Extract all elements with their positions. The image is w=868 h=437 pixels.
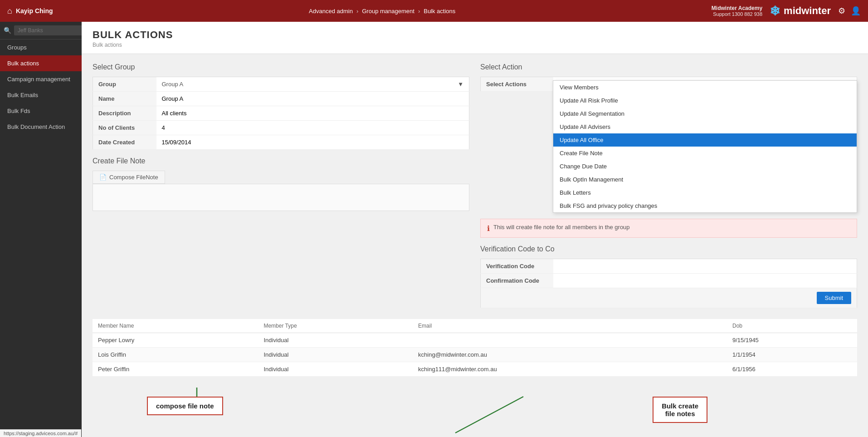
breadcrumb: Advanced admin › Group management › Bulk…	[309, 8, 455, 15]
dropdown-item-optin[interactable]: Bulk OptIn Management	[553, 173, 857, 186]
dropdown-item-due-date[interactable]: Change Due Date	[553, 160, 857, 173]
page-subtitle: Bulk actions	[93, 42, 857, 48]
col-email: Email	[413, 319, 727, 333]
top-navbar: ⌂ Kayip Ching Advanced admin › Group man…	[0, 0, 868, 22]
verif-code-label: Verification Code	[481, 259, 553, 274]
member-type-0: Individual	[258, 333, 413, 348]
table-row: Date Created 15/09/2014	[93, 135, 469, 150]
dropdown-item-segmentation[interactable]: Update All Segmentation	[553, 107, 857, 120]
user-icon[interactable]: 👤	[851, 6, 861, 16]
search-input[interactable]	[14, 25, 89, 35]
members-table: Member Name Member Type Email Dob Pepper…	[93, 319, 857, 377]
member-type-2: Individual	[258, 362, 413, 377]
table-row: Description All clients	[93, 106, 469, 121]
member-email-2: kching111@midwinter.com.au	[413, 362, 727, 377]
annotation-box-right: Bulk createfile notes	[653, 397, 707, 423]
desc-value: All clients	[156, 106, 469, 121]
logo-text: midwinter	[784, 5, 831, 17]
breadcrumb-bulk-actions[interactable]: Bulk actions	[424, 8, 455, 15]
col-member-type: Member Type	[258, 319, 413, 333]
dropdown-item-view-members[interactable]: View Members	[553, 81, 857, 94]
verification-code-field[interactable]	[559, 263, 852, 270]
breadcrumb-sep1: ›	[356, 8, 358, 15]
nav-right: Midwinter Academy Support 1300 882 938 ❄…	[712, 4, 861, 19]
member-email-1: kching@midwinter.com.au	[413, 348, 727, 362]
svg-line-2	[455, 397, 523, 433]
sidebar: 🔍 Groups Bulk actions Campaign managemen…	[0, 22, 82, 437]
support-text: Support 1300 882 938	[712, 11, 762, 17]
group-label: Group	[93, 77, 156, 92]
col-member-name: Member Name	[93, 319, 258, 333]
table-row: Pepper Lowry Individual 9/15/1945	[93, 333, 857, 348]
org-name: Midwinter Academy	[712, 5, 762, 11]
submit-button[interactable]: Submit	[817, 292, 851, 304]
clients-value: 4	[156, 121, 469, 135]
sidebar-item-bulk-doc[interactable]: Bulk Document Action	[0, 119, 82, 135]
content-area: BULK ACTIONS Bulk actions Select Group G…	[82, 22, 868, 437]
nav-left: ⌂ Kayip Ching	[7, 6, 53, 16]
confirm-code-input[interactable]	[553, 274, 857, 288]
content-body: Select Group Group Group A ▼ Name	[82, 54, 868, 437]
table-row: Group Group A ▼	[93, 77, 469, 92]
dropdown-item-fsg[interactable]: Bulk FSG and privacy policy changes	[553, 199, 857, 212]
sidebar-item-campaign[interactable]: Campaign management	[0, 71, 82, 87]
info-alert: ℹ This will create file note for all mem…	[480, 219, 857, 238]
create-file-note-section: Create File Note 📄 Compose FileNote	[93, 157, 469, 211]
member-name-0: Pepper Lowry	[93, 333, 258, 348]
breadcrumb-group-management[interactable]: Group management	[362, 8, 414, 15]
breadcrumb-advanced-admin[interactable]: Advanced admin	[309, 8, 353, 15]
file-note-text-area[interactable]	[93, 184, 469, 211]
submit-row: Submit	[481, 288, 857, 308]
verification-table: Verification Code Confirmation Code Subm…	[480, 259, 857, 308]
sidebar-item-bulk-actions[interactable]: Bulk actions	[0, 55, 82, 71]
page-title: BULK ACTIONS	[93, 29, 857, 41]
dropdown-item-letters[interactable]: Bulk Letters	[553, 186, 857, 199]
search-icon: 🔍	[4, 27, 11, 34]
action-dropdown-menu: View Members Update All Risk Profile Upd…	[553, 80, 857, 213]
verification-title: Verification Code to Co	[480, 245, 857, 253]
select-action-section: Select Action Select Actions Create File…	[480, 63, 857, 308]
table-row: Verification Code	[481, 259, 857, 274]
member-name-2: Peter Griffin	[93, 362, 258, 377]
select-group-section: Select Group Group Group A ▼ Name	[93, 63, 469, 308]
verif-code-input[interactable]	[553, 259, 857, 274]
snowflake-icon: ❄	[770, 4, 780, 19]
table-row: Name Group A	[93, 92, 469, 106]
select-action-title: Select Action	[480, 63, 857, 71]
confirm-code-label: Confirmation Code	[481, 274, 553, 288]
dropdown-item-advisers[interactable]: Update All Advisers	[553, 120, 857, 133]
date-label: Date Created	[93, 135, 156, 150]
member-dob-1: 1/1/1954	[727, 348, 857, 362]
group-value: Group A ▼	[156, 77, 469, 92]
sidebar-item-groups[interactable]: Groups	[0, 39, 82, 55]
sidebar-item-bulk-emails[interactable]: Bulk Emails	[0, 87, 82, 103]
compose-icon: 📄	[99, 174, 107, 181]
file-note-title: Create File Note	[93, 157, 469, 165]
breadcrumb-sep2: ›	[418, 8, 420, 15]
logo-area: ❄ midwinter	[770, 4, 831, 19]
sidebar-item-bulk-fds[interactable]: Bulk Fds	[0, 103, 82, 119]
dropdown-item-create-file-note[interactable]: Create File Note	[553, 147, 857, 160]
table-row: Confirmation Code	[481, 274, 857, 288]
member-email-0	[413, 333, 727, 348]
sidebar-search-area: 🔍	[0, 22, 82, 39]
col-dob: Dob	[727, 319, 857, 333]
members-table-section: Member Name Member Type Email Dob Pepper…	[93, 319, 857, 377]
name-value: Group A	[156, 92, 469, 106]
home-icon[interactable]: ⌂	[7, 6, 12, 16]
member-type-1: Individual	[258, 348, 413, 362]
table-row: Peter Griffin Individual kching111@midwi…	[93, 362, 857, 377]
settings-icon[interactable]: ⚙	[838, 6, 845, 16]
user-name: Kayip Ching	[16, 7, 53, 15]
group-dropdown-arrow[interactable]: ▼	[458, 81, 463, 88]
clients-label: No of Clients	[93, 121, 156, 135]
compose-file-note-button[interactable]: 📄 Compose FileNote	[93, 171, 165, 184]
dropdown-item-risk-profile[interactable]: Update All Risk Profile	[553, 94, 857, 107]
url-bar: https://staging.adviceos.com.au/#	[0, 429, 81, 437]
alert-text: This will create file note for all membe…	[493, 224, 630, 231]
dropdown-item-office[interactable]: Update All Office	[553, 133, 857, 147]
member-dob-2: 6/1/1956	[727, 362, 857, 377]
confirmation-code-field[interactable]	[559, 277, 852, 284]
member-dob-0: 9/15/1945	[727, 333, 857, 348]
table-row: Lois Griffin Individual kching@midwinter…	[93, 348, 857, 362]
